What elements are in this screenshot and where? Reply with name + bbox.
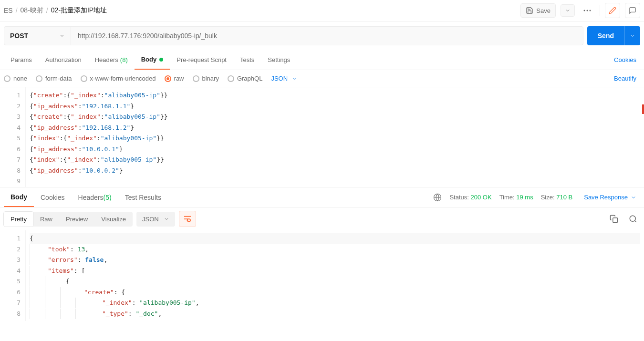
radio-icon	[193, 75, 199, 82]
opt-label: GraphQL	[237, 75, 262, 82]
sep-icon: /	[46, 7, 48, 14]
radio-icon	[165, 75, 171, 82]
svg-point-0	[584, 10, 585, 11]
save-label: Save	[536, 7, 551, 14]
url-value: http://192.168.77.176:9200/alibaby005-ip…	[78, 32, 217, 40]
edit-button[interactable]	[605, 3, 620, 18]
save-response-button[interactable]: Save Response	[580, 194, 640, 201]
request-body-editor[interactable]: 123456789 {"create":{"_index":"alibaby00…	[0, 87, 644, 187]
chevron-down-icon	[59, 33, 65, 39]
method-value: POST	[10, 32, 28, 40]
resp-tab-testresults[interactable]: Test Results	[118, 187, 168, 207]
time: Time: 19 ms	[499, 194, 533, 201]
tab-authorization[interactable]: Authorization	[39, 50, 88, 70]
more-button[interactable]	[580, 7, 595, 14]
viewmode-visualize[interactable]: Visualize	[94, 212, 133, 227]
tab-body[interactable]: Body	[135, 50, 170, 70]
tab-tests[interactable]: Tests	[233, 50, 261, 70]
chevron-down-icon	[291, 76, 297, 82]
scroll-indicator	[642, 104, 644, 114]
cookies-link[interactable]: Cookies	[610, 56, 640, 63]
comment-button[interactable]	[625, 3, 640, 18]
url-input[interactable]: http://192.168.77.176:9200/alibaby005-ip…	[71, 27, 583, 45]
opt-label: form-data	[45, 75, 72, 82]
chevron-down-icon	[565, 8, 571, 13]
chevron-down-icon	[630, 33, 635, 39]
bodytype-binary[interactable]: binary	[193, 75, 219, 82]
svg-point-1	[587, 10, 588, 11]
svg-point-2	[590, 10, 591, 11]
viewmode-preview[interactable]: Preview	[59, 212, 94, 227]
response-format-select[interactable]: JSON	[136, 212, 175, 227]
status: Status: 200 OK	[449, 194, 491, 201]
bodytype-none[interactable]: none	[4, 75, 27, 82]
opt-label: x-www-form-urlencoded	[90, 75, 156, 82]
beautify-button[interactable]: Beautify	[610, 75, 640, 82]
tab-headers-label: Headers	[95, 56, 118, 63]
crumb-folder[interactable]: 08-映射	[21, 6, 43, 15]
crumb-root[interactable]: ES	[4, 7, 13, 14]
pencil-icon	[609, 7, 616, 14]
bodytype-raw[interactable]: raw	[165, 75, 184, 82]
format-label: JSON	[142, 216, 159, 223]
save-icon	[526, 7, 533, 14]
tab-params[interactable]: Params	[4, 50, 39, 70]
tab-settings[interactable]: Settings	[261, 50, 297, 70]
radio-icon	[228, 75, 234, 82]
svg-line-8	[634, 220, 636, 222]
resp-headers-label: Headers	[78, 194, 104, 201]
bodytype-formdata[interactable]: form-data	[36, 75, 72, 82]
bodytype-urlencoded[interactable]: x-www-form-urlencoded	[81, 75, 156, 82]
tab-headers[interactable]: Headers(8)	[88, 50, 135, 70]
search-icon[interactable]	[629, 215, 637, 223]
breadcrumb: ES / 08-映射 / 02-批量添加IP地址	[4, 6, 520, 15]
radio-icon	[36, 75, 42, 82]
opt-label: raw	[174, 75, 184, 82]
send-button[interactable]: Send	[587, 26, 624, 45]
resp-tab-headers[interactable]: Headers (5)	[72, 187, 118, 207]
response-body-editor[interactable]: 12345678 {"took": 13,"errors": false,"it…	[0, 230, 644, 321]
resp-headers-count: (5)	[104, 194, 112, 201]
wrap-icon	[183, 216, 192, 222]
svg-rect-6	[613, 218, 618, 223]
method-select[interactable]: POST	[4, 27, 71, 45]
chevron-down-icon	[164, 216, 169, 222]
opt-label: none	[13, 75, 27, 82]
headers-count: (8)	[120, 56, 128, 63]
viewmode-pretty[interactable]: Pretty	[4, 212, 33, 227]
copy-icon[interactable]	[610, 215, 618, 223]
tab-prerequest[interactable]: Pre-request Script	[170, 50, 233, 70]
radio-icon	[4, 75, 10, 82]
save-drop-button[interactable]	[561, 4, 575, 17]
sep-icon: /	[16, 7, 18, 14]
resp-tab-cookies[interactable]: Cookies	[34, 187, 72, 207]
radio-icon	[81, 75, 87, 82]
resp-tab-body[interactable]: Body	[4, 187, 34, 207]
dot-icon	[159, 58, 163, 62]
size: Size: 710 B	[541, 194, 573, 201]
save-button[interactable]: Save	[520, 3, 556, 18]
divider	[600, 5, 600, 16]
wrap-button[interactable]	[179, 211, 196, 227]
bodytype-graphql[interactable]: GraphQL	[228, 75, 262, 82]
opt-label: binary	[202, 75, 219, 82]
more-icon	[583, 10, 591, 11]
svg-point-7	[630, 216, 635, 221]
viewmode-raw[interactable]: Raw	[33, 212, 59, 227]
send-drop-button[interactable]	[624, 26, 640, 45]
chevron-down-icon	[631, 195, 636, 200]
tab-body-label: Body	[141, 56, 157, 63]
globe-icon[interactable]	[433, 193, 442, 202]
comment-icon	[629, 7, 636, 14]
crumb-current: 02-批量添加IP地址	[51, 6, 107, 15]
format-label: JSON	[271, 75, 288, 82]
save-response-label: Save Response	[584, 194, 628, 201]
raw-format-select[interactable]: JSON	[271, 75, 297, 82]
